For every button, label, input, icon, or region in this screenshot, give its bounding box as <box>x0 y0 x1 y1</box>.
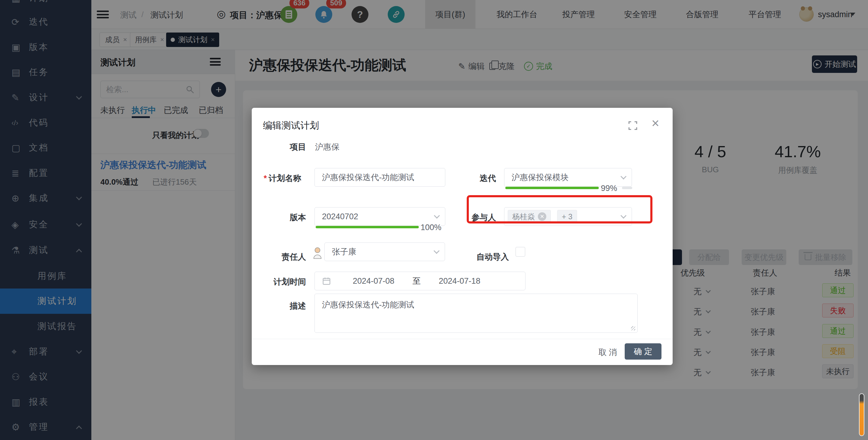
auto-import-label: 自动导入 <box>461 251 509 262</box>
description-textarea[interactable]: 沪惠保投保迭代-功能测试 <box>314 294 638 333</box>
required-asterisk: * <box>264 174 267 183</box>
version-progress-label: 100% <box>421 223 441 232</box>
calendar-icon <box>322 276 331 285</box>
divider <box>252 339 673 339</box>
close-icon[interactable]: × <box>652 116 659 131</box>
cancel-button[interactable]: 取 消 <box>598 347 617 358</box>
date-separator: 至 <box>412 276 421 286</box>
name-field-label: *计划名称 <box>256 173 301 184</box>
iteration-progress-rest <box>622 187 632 189</box>
chevron-down-icon <box>620 173 626 179</box>
iteration-progress-fill <box>505 187 599 189</box>
date-end[interactable]: 2024-07-18 <box>439 276 480 286</box>
iteration-field-label: 迭代 <box>451 173 496 184</box>
name-input[interactable]: 沪惠保投保迭代-功能测试 <box>314 168 445 187</box>
confirm-button[interactable]: 确 定 <box>625 343 661 360</box>
owner-field-label: 责任人 <box>261 251 306 262</box>
time-field-label: 计划时间 <box>261 276 306 287</box>
modal-title: 编辑测试计划 <box>263 119 319 132</box>
chevron-down-icon <box>434 248 440 254</box>
date-start[interactable]: 2024-07-08 <box>353 276 394 286</box>
project-field-value: 沪惠保 <box>315 141 339 153</box>
iteration-progress-label: 99% <box>601 184 617 193</box>
resize-handle[interactable] <box>631 326 635 330</box>
desc-field-label: 描述 <box>261 301 306 311</box>
vertical-scrollbar-thumb[interactable] <box>859 393 864 436</box>
person-avatar-icon <box>313 247 322 259</box>
version-progress-fill <box>316 226 419 228</box>
chevron-down-icon <box>434 213 440 218</box>
version-field-label: 版本 <box>261 212 306 223</box>
project-field-label: 项目 <box>261 141 306 153</box>
edit-test-plan-modal: 编辑测试计划 × 项目 沪惠保 *计划名称 沪惠保投保迭代-功能测试 迭代 沪惠… <box>252 108 673 365</box>
owner-select[interactable]: 张子康 <box>324 242 445 261</box>
auto-import-checkbox[interactable] <box>516 247 525 257</box>
annotation-highlight-box <box>467 195 652 224</box>
fullscreen-icon[interactable] <box>628 121 638 131</box>
date-range-input[interactable]: 2024-07-08 至 2024-07-18 <box>314 272 526 290</box>
